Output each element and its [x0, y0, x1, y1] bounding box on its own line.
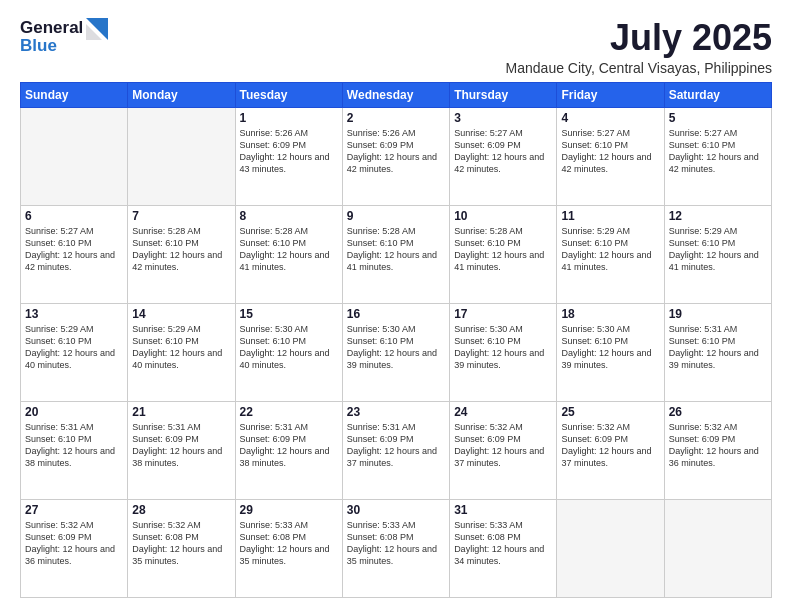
day-number: 12 [669, 209, 767, 223]
header: General Blue July 2025 Mandaue City, Cen… [20, 18, 772, 76]
day-cell: 10Sunrise: 5:28 AM Sunset: 6:10 PM Dayli… [450, 205, 557, 303]
day-cell: 13Sunrise: 5:29 AM Sunset: 6:10 PM Dayli… [21, 303, 128, 401]
day-number: 6 [25, 209, 123, 223]
header-saturday: Saturday [664, 82, 771, 107]
day-number: 10 [454, 209, 552, 223]
week-row-0: 1Sunrise: 5:26 AM Sunset: 6:09 PM Daylig… [21, 107, 772, 205]
day-cell: 19Sunrise: 5:31 AM Sunset: 6:10 PM Dayli… [664, 303, 771, 401]
day-info: Sunrise: 5:31 AM Sunset: 6:09 PM Dayligh… [132, 421, 230, 470]
day-number: 31 [454, 503, 552, 517]
day-number: 11 [561, 209, 659, 223]
day-cell: 4Sunrise: 5:27 AM Sunset: 6:10 PM Daylig… [557, 107, 664, 205]
day-number: 18 [561, 307, 659, 321]
day-cell: 24Sunrise: 5:32 AM Sunset: 6:09 PM Dayli… [450, 401, 557, 499]
day-info: Sunrise: 5:32 AM Sunset: 6:09 PM Dayligh… [669, 421, 767, 470]
day-info: Sunrise: 5:27 AM Sunset: 6:09 PM Dayligh… [454, 127, 552, 176]
day-info: Sunrise: 5:28 AM Sunset: 6:10 PM Dayligh… [347, 225, 445, 274]
day-number: 17 [454, 307, 552, 321]
week-row-2: 13Sunrise: 5:29 AM Sunset: 6:10 PM Dayli… [21, 303, 772, 401]
day-number: 25 [561, 405, 659, 419]
day-info: Sunrise: 5:29 AM Sunset: 6:10 PM Dayligh… [561, 225, 659, 274]
day-info: Sunrise: 5:32 AM Sunset: 6:08 PM Dayligh… [132, 519, 230, 568]
day-cell: 6Sunrise: 5:27 AM Sunset: 6:10 PM Daylig… [21, 205, 128, 303]
weekday-header-row: Sunday Monday Tuesday Wednesday Thursday… [21, 82, 772, 107]
day-info: Sunrise: 5:32 AM Sunset: 6:09 PM Dayligh… [561, 421, 659, 470]
day-info: Sunrise: 5:31 AM Sunset: 6:10 PM Dayligh… [669, 323, 767, 372]
day-cell: 8Sunrise: 5:28 AM Sunset: 6:10 PM Daylig… [235, 205, 342, 303]
week-row-1: 6Sunrise: 5:27 AM Sunset: 6:10 PM Daylig… [21, 205, 772, 303]
day-number: 23 [347, 405, 445, 419]
logo-icon [86, 18, 108, 52]
day-info: Sunrise: 5:29 AM Sunset: 6:10 PM Dayligh… [669, 225, 767, 274]
day-cell: 12Sunrise: 5:29 AM Sunset: 6:10 PM Dayli… [664, 205, 771, 303]
header-wednesday: Wednesday [342, 82, 449, 107]
header-thursday: Thursday [450, 82, 557, 107]
day-info: Sunrise: 5:33 AM Sunset: 6:08 PM Dayligh… [240, 519, 338, 568]
day-info: Sunrise: 5:27 AM Sunset: 6:10 PM Dayligh… [669, 127, 767, 176]
day-number: 28 [132, 503, 230, 517]
day-info: Sunrise: 5:30 AM Sunset: 6:10 PM Dayligh… [347, 323, 445, 372]
logo-blue: Blue [20, 37, 83, 55]
day-number: 13 [25, 307, 123, 321]
day-number: 30 [347, 503, 445, 517]
day-number: 21 [132, 405, 230, 419]
day-info: Sunrise: 5:28 AM Sunset: 6:10 PM Dayligh… [132, 225, 230, 274]
day-info: Sunrise: 5:33 AM Sunset: 6:08 PM Dayligh… [347, 519, 445, 568]
day-info: Sunrise: 5:26 AM Sunset: 6:09 PM Dayligh… [347, 127, 445, 176]
day-cell: 3Sunrise: 5:27 AM Sunset: 6:09 PM Daylig… [450, 107, 557, 205]
day-number: 29 [240, 503, 338, 517]
day-info: Sunrise: 5:27 AM Sunset: 6:10 PM Dayligh… [25, 225, 123, 274]
day-number: 14 [132, 307, 230, 321]
day-number: 15 [240, 307, 338, 321]
day-cell: 21Sunrise: 5:31 AM Sunset: 6:09 PM Dayli… [128, 401, 235, 499]
day-cell: 25Sunrise: 5:32 AM Sunset: 6:09 PM Dayli… [557, 401, 664, 499]
day-cell: 15Sunrise: 5:30 AM Sunset: 6:10 PM Dayli… [235, 303, 342, 401]
day-info: Sunrise: 5:27 AM Sunset: 6:10 PM Dayligh… [561, 127, 659, 176]
day-cell: 5Sunrise: 5:27 AM Sunset: 6:10 PM Daylig… [664, 107, 771, 205]
logo: General Blue [20, 18, 108, 56]
header-friday: Friday [557, 82, 664, 107]
day-info: Sunrise: 5:31 AM Sunset: 6:09 PM Dayligh… [240, 421, 338, 470]
day-info: Sunrise: 5:29 AM Sunset: 6:10 PM Dayligh… [25, 323, 123, 372]
day-cell: 31Sunrise: 5:33 AM Sunset: 6:08 PM Dayli… [450, 499, 557, 597]
day-cell [21, 107, 128, 205]
day-number: 3 [454, 111, 552, 125]
day-cell: 27Sunrise: 5:32 AM Sunset: 6:09 PM Dayli… [21, 499, 128, 597]
day-cell: 17Sunrise: 5:30 AM Sunset: 6:10 PM Dayli… [450, 303, 557, 401]
day-info: Sunrise: 5:31 AM Sunset: 6:09 PM Dayligh… [347, 421, 445, 470]
day-cell [128, 107, 235, 205]
day-number: 27 [25, 503, 123, 517]
day-number: 24 [454, 405, 552, 419]
day-info: Sunrise: 5:30 AM Sunset: 6:10 PM Dayligh… [454, 323, 552, 372]
logo-text: General Blue [20, 19, 83, 55]
logo-general: General [20, 19, 83, 37]
main-title: July 2025 [506, 18, 772, 58]
day-cell: 29Sunrise: 5:33 AM Sunset: 6:08 PM Dayli… [235, 499, 342, 597]
day-info: Sunrise: 5:28 AM Sunset: 6:10 PM Dayligh… [454, 225, 552, 274]
day-number: 8 [240, 209, 338, 223]
day-info: Sunrise: 5:28 AM Sunset: 6:10 PM Dayligh… [240, 225, 338, 274]
day-info: Sunrise: 5:26 AM Sunset: 6:09 PM Dayligh… [240, 127, 338, 176]
day-number: 26 [669, 405, 767, 419]
header-monday: Monday [128, 82, 235, 107]
header-sunday: Sunday [21, 82, 128, 107]
day-number: 7 [132, 209, 230, 223]
calendar-table: Sunday Monday Tuesday Wednesday Thursday… [20, 82, 772, 598]
day-number: 4 [561, 111, 659, 125]
day-cell: 28Sunrise: 5:32 AM Sunset: 6:08 PM Dayli… [128, 499, 235, 597]
day-info: Sunrise: 5:31 AM Sunset: 6:10 PM Dayligh… [25, 421, 123, 470]
day-cell: 14Sunrise: 5:29 AM Sunset: 6:10 PM Dayli… [128, 303, 235, 401]
day-number: 20 [25, 405, 123, 419]
day-cell: 2Sunrise: 5:26 AM Sunset: 6:09 PM Daylig… [342, 107, 449, 205]
day-info: Sunrise: 5:29 AM Sunset: 6:10 PM Dayligh… [132, 323, 230, 372]
day-cell [557, 499, 664, 597]
day-cell: 7Sunrise: 5:28 AM Sunset: 6:10 PM Daylig… [128, 205, 235, 303]
day-number: 2 [347, 111, 445, 125]
page: General Blue July 2025 Mandaue City, Cen… [0, 0, 792, 612]
day-cell: 11Sunrise: 5:29 AM Sunset: 6:10 PM Dayli… [557, 205, 664, 303]
day-info: Sunrise: 5:30 AM Sunset: 6:10 PM Dayligh… [561, 323, 659, 372]
day-cell: 1Sunrise: 5:26 AM Sunset: 6:09 PM Daylig… [235, 107, 342, 205]
day-number: 22 [240, 405, 338, 419]
week-row-4: 27Sunrise: 5:32 AM Sunset: 6:09 PM Dayli… [21, 499, 772, 597]
day-info: Sunrise: 5:32 AM Sunset: 6:09 PM Dayligh… [454, 421, 552, 470]
